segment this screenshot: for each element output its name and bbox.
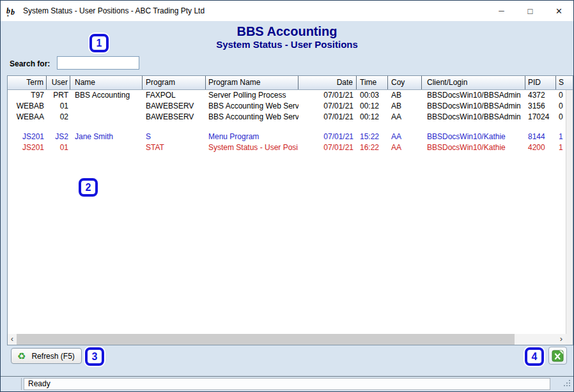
table-cell: 1 [556, 132, 566, 142]
table-cell: BBSDocsWin10/BBSAdmin [422, 90, 525, 101]
column-header-pid[interactable]: PID [525, 76, 556, 89]
export-excel-button[interactable] [548, 347, 567, 365]
status-panel: Ready [24, 378, 550, 390]
refresh-icon: ♻ [17, 351, 26, 361]
table-cell: AA [388, 142, 422, 153]
column-header-program-name[interactable]: Program Name [206, 76, 299, 89]
search-label: Search for: [10, 59, 50, 68]
excel-icon [552, 350, 564, 362]
table-cell: 01 [47, 142, 70, 153]
page-title: System Status - User Positions [1, 39, 573, 50]
status-text: Ready [28, 379, 50, 388]
table-cell: 02 [47, 112, 70, 123]
annotation-3: 3 [85, 347, 104, 366]
table-cell: BBSDocsWin10/Kathie [422, 132, 525, 142]
table-cell: AA [388, 112, 422, 123]
column-header-s[interactable]: S [556, 76, 573, 89]
table-cell: 15:22 [357, 132, 388, 142]
table-cell: BBSDocsWin10/BBSAdmin [422, 112, 525, 123]
table-row[interactable]: JS201JS2Jane SmithSMenu Program07/01/211… [8, 132, 566, 142]
table-cell: Server Polling Process [206, 90, 299, 101]
table-cell: WEBAA [8, 112, 47, 123]
table-cell: 1 [556, 142, 566, 153]
refresh-button[interactable]: ♻ Refresh (F5) [11, 348, 82, 364]
table-row[interactable]: WEBAB01BAWEBSERVBBS Accounting Web Serve… [8, 101, 566, 112]
table-cell: 16:22 [357, 142, 388, 153]
table-cell: T97 [8, 90, 47, 101]
refresh-label: Refresh (F5) [31, 352, 74, 361]
column-header-date[interactable]: Date [299, 76, 357, 89]
table-cell: BBS Accounting Web Server [206, 101, 299, 112]
table-cell [70, 142, 143, 153]
table-row[interactable]: WEBAA02BAWEBSERVBBS Accounting Web Serve… [8, 112, 566, 123]
table-cell: 07/01/21 [299, 132, 357, 142]
maximize-button[interactable]: □ [516, 1, 545, 21]
table-row[interactable]: JS20101STATSystem Status - User Posi...0… [8, 142, 566, 153]
window-controls: ─ □ ✕ [487, 1, 573, 21]
table-cell: JS201 [8, 132, 47, 142]
table-cell [70, 101, 143, 112]
column-header-term[interactable]: Term [8, 76, 47, 89]
table-cell: AA [388, 132, 422, 142]
scrollbar-corner [566, 334, 573, 345]
app-window: b b s System Status - User Positions - A… [0, 0, 574, 392]
horizontal-scrollbar[interactable]: ‹ › [8, 334, 566, 345]
table-cell: BAWEBSERV [143, 112, 206, 123]
search-input[interactable] [57, 56, 139, 70]
scroll-left-arrow-icon[interactable]: ‹ [8, 334, 17, 345]
resize-grip[interactable] [562, 379, 571, 390]
app-title: BBS Accounting [1, 24, 573, 39]
table-cell: JS201 [8, 142, 47, 153]
status-bar-left-panel [1, 378, 22, 390]
table-cell: BBSDocsWin10/BBSAdmin [422, 101, 525, 112]
table-cell: 4372 [525, 90, 556, 101]
table-cell: 07/01/21 [299, 142, 357, 153]
table-cell: S [143, 132, 206, 142]
table-cell: 07/01/21 [299, 90, 357, 101]
table-cell: BBS Accounting Web Server [206, 112, 299, 123]
user-positions-table: TermUserNameProgramProgram NameDateTimeC… [7, 75, 573, 345]
table-cell: 00:12 [357, 112, 388, 123]
table-cell: BBSDocsWin10/Kathie [422, 142, 525, 153]
client-area: BBS Accounting System Status - User Posi… [1, 21, 573, 377]
table-cell: 8144 [525, 132, 556, 142]
table-row[interactable]: T97PRTBBS AccountingFAXPOLServer Polling… [8, 90, 566, 101]
annotation-1: 1 [89, 34, 109, 52]
column-header-time[interactable]: Time [357, 76, 388, 89]
svg-text:b: b [11, 8, 15, 17]
vertical-scrollbar[interactable] [566, 90, 573, 334]
table-cell: 0 [556, 112, 566, 123]
table-cell: 07/01/21 [299, 112, 357, 123]
table-cell: 4200 [525, 142, 556, 153]
status-bar: Ready [1, 376, 573, 391]
minimize-button[interactable]: ─ [487, 1, 516, 21]
column-header-coy[interactable]: Coy [388, 76, 422, 89]
table-cell: AB [388, 90, 422, 101]
titlebar: b b s System Status - User Positions - A… [1, 1, 573, 21]
table-header-row: TermUserNameProgramProgram NameDateTimeC… [8, 76, 573, 90]
table-cell: Menu Program [206, 132, 299, 142]
table-cell: JS2 [47, 132, 70, 142]
table-cell: 01 [47, 101, 70, 112]
column-header-program[interactable]: Program [143, 76, 206, 89]
table-cell: 07/01/21 [299, 101, 357, 112]
table-cell: BBS Accounting [70, 90, 143, 101]
table-cell: AB [388, 101, 422, 112]
window-title: System Status - User Positions - ABC Tra… [23, 6, 205, 15]
close-button[interactable]: ✕ [545, 1, 573, 21]
column-header-user[interactable]: User [47, 76, 70, 89]
column-header-client-login[interactable]: Client/Login [422, 76, 525, 89]
table-cell: 3156 [525, 101, 556, 112]
table-cell: 0 [556, 90, 566, 101]
table-cell: STAT [143, 142, 206, 153]
annotation-4: 4 [525, 347, 544, 366]
horizontal-scrollbar-thumb[interactable] [17, 334, 515, 345]
column-header-name[interactable]: Name [70, 76, 143, 89]
table-cell: PRT [47, 90, 70, 101]
scroll-right-arrow-icon[interactable]: › [557, 334, 566, 345]
table-cell: 17024 [525, 112, 556, 123]
table-cell: Jane Smith [70, 132, 143, 142]
annotation-2: 2 [79, 178, 98, 197]
table-cell: FAXPOL [143, 90, 206, 101]
table-body: T97PRTBBS AccountingFAXPOLServer Polling… [8, 90, 566, 334]
